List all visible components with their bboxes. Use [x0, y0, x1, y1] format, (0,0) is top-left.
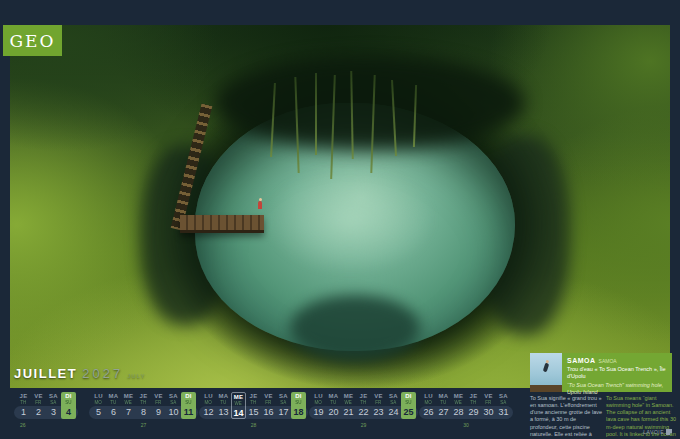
day-cell-12: LUMO12 — [201, 392, 216, 419]
country-name-english: SAMOA — [599, 358, 617, 364]
day-cell-18: DISU18 — [291, 392, 306, 419]
day-cell-15: JETH15 — [246, 392, 261, 419]
publisher-logo-icon — [666, 429, 672, 435]
day-cell-4: DISU4 — [61, 392, 76, 419]
day-cell-2: VEFR2 — [31, 392, 46, 419]
day-cell-19: LUMO19 — [311, 392, 326, 419]
place-title-english: “To Sua Ocean Trench” swimming hole, Upo… — [567, 382, 667, 396]
day-abbrev-en: SU — [405, 400, 411, 405]
day-abbrev-en: MO — [315, 400, 322, 405]
day-number: 18 — [293, 405, 303, 419]
day-number: 21 — [343, 405, 353, 419]
week-block-29: LUMO19MATU20MEWE21JETH22VEFR23SASA24DISU… — [311, 392, 416, 419]
day-cell-30: VEFR30 — [481, 392, 496, 419]
day-cell-29: JETH29 — [466, 392, 481, 419]
day-abbrev-en: SU — [65, 400, 71, 405]
day-number: 23 — [373, 405, 383, 419]
day-cell-10: SASA10 — [166, 392, 181, 419]
day-abbrev-en: WE — [455, 400, 462, 405]
day-cell-13: MATU13 — [216, 392, 231, 419]
canopy-overhang-shadow — [215, 55, 525, 150]
day-number: 22 — [358, 405, 368, 419]
day-cell-11: DISU11 — [181, 392, 196, 419]
calendar-strip: JETH1VEFR2SASA3DISU426LUMO5MATU6MEWE7JET… — [0, 392, 528, 439]
vine — [315, 73, 317, 155]
day-number: 5 — [96, 405, 101, 419]
day-number: 2 — [36, 405, 41, 419]
day-number: 29 — [468, 405, 478, 419]
day-abbrev-en: FR — [265, 400, 271, 405]
day-number: 9 — [156, 405, 161, 419]
day-number: 7 — [126, 405, 131, 419]
week-number-label: 29 — [311, 422, 416, 428]
week-number-label: 30 — [421, 422, 511, 428]
day-abbrev-en: WE — [345, 400, 352, 405]
day-number: 1 — [21, 405, 26, 419]
day-number: 30 — [483, 405, 493, 419]
day-cell-17: SASA17 — [276, 392, 291, 419]
month-name-english: JULY — [127, 373, 145, 379]
geo-logo: GEO — [3, 25, 62, 56]
day-abbrev-en: TH — [20, 400, 26, 405]
day-abbrev-en: SU — [185, 400, 191, 405]
day-cell-9: VEFR9 — [151, 392, 166, 419]
country-name-french: SAMOA — [567, 357, 596, 364]
day-cell-23: VEFR23 — [371, 392, 386, 419]
day-abbrev-en: FR — [155, 400, 161, 405]
day-number: 27 — [438, 405, 448, 419]
country-row: SAMOA SAMOA — [567, 357, 667, 364]
day-number: 28 — [453, 405, 463, 419]
day-abbrev-en: TU — [220, 400, 226, 405]
underwater-rock — [290, 295, 420, 361]
day-abbrev-en: TU — [440, 400, 446, 405]
day-number: 13 — [218, 405, 228, 419]
day-cell-27: MATU27 — [436, 392, 451, 419]
week-block-26: JETH1VEFR2SASA3DISU426 — [16, 392, 76, 419]
day-abbrev-en: WE — [125, 400, 132, 405]
week-number-label: 26 — [16, 422, 76, 428]
day-abbrev-en: SA — [500, 400, 506, 405]
day-cell-24: SASA24 — [386, 392, 401, 419]
day-abbrev-en: WE — [235, 401, 242, 406]
day-abbrev-en: SA — [280, 400, 286, 405]
day-abbrev-en: MO — [425, 400, 432, 405]
day-abbrev-en: TU — [110, 400, 116, 405]
day-number: 20 — [328, 405, 338, 419]
day-number: 8 — [141, 405, 146, 419]
day-abbrev-en: SA — [50, 400, 56, 405]
photo-credit-text: LAVOIE — [643, 429, 664, 435]
place-title-french: Trou d'eau « To Sua Ocean Trench », Île … — [567, 366, 667, 380]
photo-credit: LAVOIE — [643, 429, 672, 435]
day-number: 4 — [66, 405, 71, 419]
day-abbrev-en: SA — [390, 400, 396, 405]
day-number: 24 — [388, 405, 398, 419]
day-abbrev-en: FR — [35, 400, 41, 405]
week-block-28: LUMO12MATU13MEWE14JETH15VEFR16SASA17DISU… — [201, 392, 306, 419]
day-number: 26 — [423, 405, 433, 419]
day-number: 3 — [51, 405, 56, 419]
day-cell-1: JETH1 — [16, 392, 31, 419]
diver-icon — [543, 363, 550, 373]
day-cell-7: MEWE7 — [121, 392, 136, 419]
day-cell-3: SASA3 — [46, 392, 61, 419]
calendar-photo — [10, 25, 670, 388]
day-cell-25: DISU25 — [401, 392, 416, 419]
day-number: 17 — [278, 405, 288, 419]
day-cell-16: VEFR16 — [261, 392, 276, 419]
day-number: 25 — [403, 405, 413, 419]
day-number: 14 — [233, 406, 243, 420]
week-block-27: LUMO5MATU6MEWE7JETH8VEFR9SASA10DISU1127 — [91, 392, 196, 419]
day-number: 12 — [203, 405, 213, 419]
day-cell-20: MATU20 — [326, 392, 341, 419]
day-abbrev-en: MO — [95, 400, 102, 405]
day-abbrev-en: FR — [485, 400, 491, 405]
day-abbrev-en: FR — [375, 400, 381, 405]
day-cell-8: JETH8 — [136, 392, 151, 419]
day-cell-22: JETH22 — [356, 392, 371, 419]
caption-french: To Sua signifie « grand trou » en samoan… — [530, 395, 602, 439]
day-cell-31: SASA31 — [496, 392, 511, 419]
day-abbrev-en: TU — [330, 400, 336, 405]
day-cell-14: MEWE14 — [231, 392, 246, 419]
day-abbrev-en: TH — [250, 400, 256, 405]
location-info-box: SAMOA SAMOA Trou d'eau « To Sua Ocean Tr… — [562, 353, 672, 392]
